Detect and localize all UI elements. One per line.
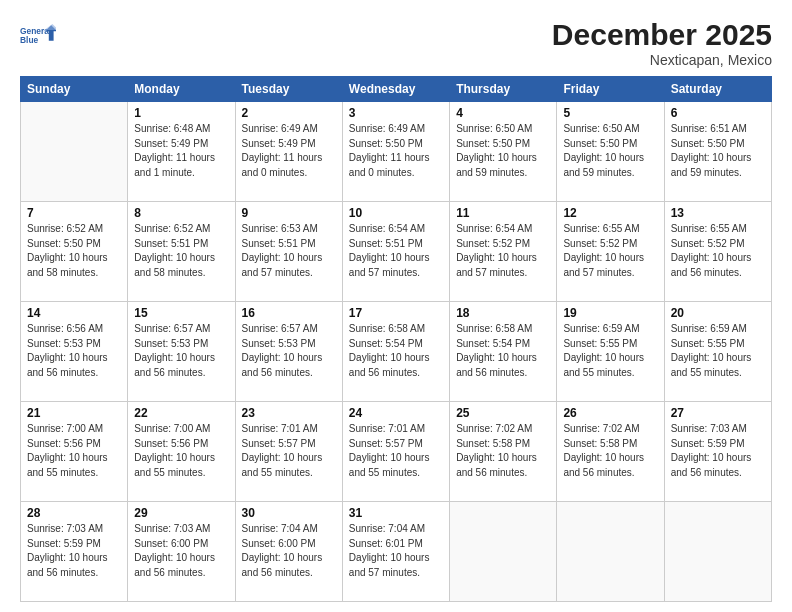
calendar-cell: 20Sunrise: 6:59 AMSunset: 5:55 PMDayligh… — [664, 302, 771, 402]
calendar-header-saturday: Saturday — [664, 77, 771, 102]
day-number: 15 — [134, 306, 228, 320]
subtitle: Nexticapan, Mexico — [552, 52, 772, 68]
day-info: Sunrise: 7:03 AMSunset: 5:59 PMDaylight:… — [671, 422, 765, 480]
day-number: 24 — [349, 406, 443, 420]
day-info: Sunrise: 6:49 AMSunset: 5:49 PMDaylight:… — [242, 122, 336, 180]
calendar-header-tuesday: Tuesday — [235, 77, 342, 102]
day-number: 19 — [563, 306, 657, 320]
calendar-cell: 6Sunrise: 6:51 AMSunset: 5:50 PMDaylight… — [664, 102, 771, 202]
day-info: Sunrise: 7:01 AMSunset: 5:57 PMDaylight:… — [242, 422, 336, 480]
day-number: 13 — [671, 206, 765, 220]
calendar-cell: 16Sunrise: 6:57 AMSunset: 5:53 PMDayligh… — [235, 302, 342, 402]
day-number: 6 — [671, 106, 765, 120]
day-info: Sunrise: 6:56 AMSunset: 5:53 PMDaylight:… — [27, 322, 121, 380]
day-info: Sunrise: 7:02 AMSunset: 5:58 PMDaylight:… — [563, 422, 657, 480]
day-number: 31 — [349, 506, 443, 520]
day-number: 3 — [349, 106, 443, 120]
calendar-cell: 17Sunrise: 6:58 AMSunset: 5:54 PMDayligh… — [342, 302, 449, 402]
calendar-cell: 14Sunrise: 6:56 AMSunset: 5:53 PMDayligh… — [21, 302, 128, 402]
day-number: 12 — [563, 206, 657, 220]
day-info: Sunrise: 6:48 AMSunset: 5:49 PMDaylight:… — [134, 122, 228, 180]
day-number: 11 — [456, 206, 550, 220]
day-info: Sunrise: 6:52 AMSunset: 5:50 PMDaylight:… — [27, 222, 121, 280]
day-info: Sunrise: 6:54 AMSunset: 5:52 PMDaylight:… — [456, 222, 550, 280]
day-info: Sunrise: 7:04 AMSunset: 6:01 PMDaylight:… — [349, 522, 443, 580]
day-number: 9 — [242, 206, 336, 220]
day-info: Sunrise: 6:52 AMSunset: 5:51 PMDaylight:… — [134, 222, 228, 280]
calendar-header-friday: Friday — [557, 77, 664, 102]
calendar-cell: 23Sunrise: 7:01 AMSunset: 5:57 PMDayligh… — [235, 402, 342, 502]
svg-text:Blue: Blue — [20, 35, 39, 45]
calendar-cell: 31Sunrise: 7:04 AMSunset: 6:01 PMDayligh… — [342, 502, 449, 602]
day-number: 1 — [134, 106, 228, 120]
calendar-cell: 9Sunrise: 6:53 AMSunset: 5:51 PMDaylight… — [235, 202, 342, 302]
day-info: Sunrise: 6:55 AMSunset: 5:52 PMDaylight:… — [671, 222, 765, 280]
day-info: Sunrise: 7:00 AMSunset: 5:56 PMDaylight:… — [27, 422, 121, 480]
day-number: 22 — [134, 406, 228, 420]
day-number: 4 — [456, 106, 550, 120]
logo-icon: General Blue — [20, 18, 56, 54]
calendar-cell: 27Sunrise: 7:03 AMSunset: 5:59 PMDayligh… — [664, 402, 771, 502]
calendar-week-row: 1Sunrise: 6:48 AMSunset: 5:49 PMDaylight… — [21, 102, 772, 202]
day-number: 8 — [134, 206, 228, 220]
calendar-header-thursday: Thursday — [450, 77, 557, 102]
calendar-cell: 26Sunrise: 7:02 AMSunset: 5:58 PMDayligh… — [557, 402, 664, 502]
calendar-week-row: 28Sunrise: 7:03 AMSunset: 5:59 PMDayligh… — [21, 502, 772, 602]
header: General Blue December 2025 Nexticapan, M… — [20, 18, 772, 68]
calendar-cell: 25Sunrise: 7:02 AMSunset: 5:58 PMDayligh… — [450, 402, 557, 502]
calendar-cell: 1Sunrise: 6:48 AMSunset: 5:49 PMDaylight… — [128, 102, 235, 202]
main-title: December 2025 — [552, 18, 772, 52]
calendar-cell: 8Sunrise: 6:52 AMSunset: 5:51 PMDaylight… — [128, 202, 235, 302]
calendar-cell: 7Sunrise: 6:52 AMSunset: 5:50 PMDaylight… — [21, 202, 128, 302]
day-info: Sunrise: 7:01 AMSunset: 5:57 PMDaylight:… — [349, 422, 443, 480]
day-number: 27 — [671, 406, 765, 420]
day-number: 16 — [242, 306, 336, 320]
calendar-cell: 2Sunrise: 6:49 AMSunset: 5:49 PMDaylight… — [235, 102, 342, 202]
day-number: 23 — [242, 406, 336, 420]
calendar-cell: 18Sunrise: 6:58 AMSunset: 5:54 PMDayligh… — [450, 302, 557, 402]
day-info: Sunrise: 6:57 AMSunset: 5:53 PMDaylight:… — [134, 322, 228, 380]
day-info: Sunrise: 6:57 AMSunset: 5:53 PMDaylight:… — [242, 322, 336, 380]
title-block: December 2025 Nexticapan, Mexico — [552, 18, 772, 68]
day-info: Sunrise: 7:00 AMSunset: 5:56 PMDaylight:… — [134, 422, 228, 480]
day-info: Sunrise: 6:59 AMSunset: 5:55 PMDaylight:… — [671, 322, 765, 380]
calendar-cell: 10Sunrise: 6:54 AMSunset: 5:51 PMDayligh… — [342, 202, 449, 302]
day-number: 20 — [671, 306, 765, 320]
calendar-cell: 12Sunrise: 6:55 AMSunset: 5:52 PMDayligh… — [557, 202, 664, 302]
calendar-cell: 4Sunrise: 6:50 AMSunset: 5:50 PMDaylight… — [450, 102, 557, 202]
day-number: 29 — [134, 506, 228, 520]
day-info: Sunrise: 6:58 AMSunset: 5:54 PMDaylight:… — [349, 322, 443, 380]
day-info: Sunrise: 6:50 AMSunset: 5:50 PMDaylight:… — [563, 122, 657, 180]
calendar-cell — [450, 502, 557, 602]
page: General Blue December 2025 Nexticapan, M… — [0, 0, 792, 612]
day-info: Sunrise: 6:53 AMSunset: 5:51 PMDaylight:… — [242, 222, 336, 280]
day-info: Sunrise: 6:55 AMSunset: 5:52 PMDaylight:… — [563, 222, 657, 280]
calendar-cell: 11Sunrise: 6:54 AMSunset: 5:52 PMDayligh… — [450, 202, 557, 302]
calendar-cell: 21Sunrise: 7:00 AMSunset: 5:56 PMDayligh… — [21, 402, 128, 502]
day-info: Sunrise: 6:51 AMSunset: 5:50 PMDaylight:… — [671, 122, 765, 180]
calendar-cell: 13Sunrise: 6:55 AMSunset: 5:52 PMDayligh… — [664, 202, 771, 302]
calendar-week-row: 21Sunrise: 7:00 AMSunset: 5:56 PMDayligh… — [21, 402, 772, 502]
day-info: Sunrise: 7:04 AMSunset: 6:00 PMDaylight:… — [242, 522, 336, 580]
calendar-cell: 24Sunrise: 7:01 AMSunset: 5:57 PMDayligh… — [342, 402, 449, 502]
calendar-cell: 30Sunrise: 7:04 AMSunset: 6:00 PMDayligh… — [235, 502, 342, 602]
day-number: 17 — [349, 306, 443, 320]
calendar-week-row: 14Sunrise: 6:56 AMSunset: 5:53 PMDayligh… — [21, 302, 772, 402]
calendar-cell: 5Sunrise: 6:50 AMSunset: 5:50 PMDaylight… — [557, 102, 664, 202]
day-number: 30 — [242, 506, 336, 520]
calendar-cell: 29Sunrise: 7:03 AMSunset: 6:00 PMDayligh… — [128, 502, 235, 602]
calendar-header-wednesday: Wednesday — [342, 77, 449, 102]
day-number: 7 — [27, 206, 121, 220]
day-number: 5 — [563, 106, 657, 120]
day-number: 21 — [27, 406, 121, 420]
calendar-cell: 15Sunrise: 6:57 AMSunset: 5:53 PMDayligh… — [128, 302, 235, 402]
day-info: Sunrise: 7:02 AMSunset: 5:58 PMDaylight:… — [456, 422, 550, 480]
calendar-cell — [557, 502, 664, 602]
day-info: Sunrise: 7:03 AMSunset: 6:00 PMDaylight:… — [134, 522, 228, 580]
day-number: 25 — [456, 406, 550, 420]
calendar-cell: 3Sunrise: 6:49 AMSunset: 5:50 PMDaylight… — [342, 102, 449, 202]
day-number: 10 — [349, 206, 443, 220]
calendar-header-monday: Monday — [128, 77, 235, 102]
day-number: 2 — [242, 106, 336, 120]
day-info: Sunrise: 6:59 AMSunset: 5:55 PMDaylight:… — [563, 322, 657, 380]
